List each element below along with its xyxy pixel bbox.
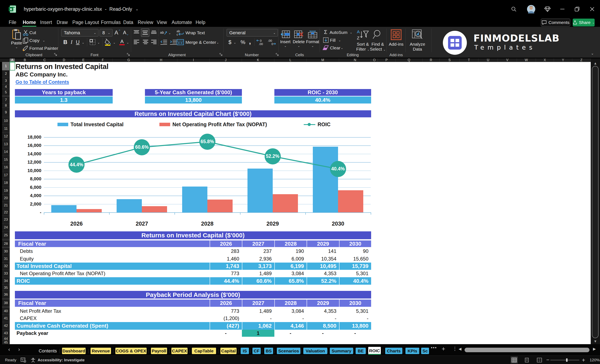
comma-style-button[interactable]: , bbox=[247, 37, 253, 46]
ribbon-tab-draw[interactable]: Draw bbox=[56, 18, 69, 27]
accounting-format-button[interactable]: $ bbox=[227, 38, 233, 46]
close-button[interactable] bbox=[588, 0, 597, 18]
row-header-42[interactable]: 42 bbox=[2, 322, 10, 330]
underline-chevron-icon[interactable]: ⌄ bbox=[82, 41, 84, 44]
sheet-tab-charts[interactable]: Charts bbox=[385, 348, 402, 354]
delete-cells-button[interactable]: Delete ⌄ bbox=[292, 28, 305, 49]
paste-button[interactable]: Paste ⌄ bbox=[10, 28, 23, 49]
legend-item-1[interactable]: Total Invested Capital bbox=[57, 121, 124, 127]
collapse-ribbon-icon[interactable]: ⌄ bbox=[591, 51, 594, 55]
search-icon[interactable] bbox=[509, 0, 518, 18]
sheet-canvas[interactable]: Returns on Invested Capital ABC Company … bbox=[10, 62, 591, 344]
copy-label[interactable]: Copy bbox=[29, 38, 39, 43]
column-header-H[interactable]: H bbox=[145, 58, 178, 62]
column-header-O[interactable]: O bbox=[371, 58, 378, 62]
autosum-label[interactable]: AutoSum bbox=[329, 30, 347, 35]
column-header-Q[interactable]: Q bbox=[395, 58, 422, 62]
font-size-select[interactable]: 8⌄ bbox=[100, 29, 112, 36]
more-sheets-icon[interactable]: ••• bbox=[431, 345, 437, 350]
fill-label[interactable]: Fill bbox=[330, 38, 336, 43]
row-header-17[interactable]: 17 bbox=[2, 171, 10, 179]
italic-button[interactable]: I bbox=[68, 38, 75, 46]
font-color-button[interactable]: A bbox=[118, 38, 126, 46]
hscroll-right-icon[interactable]: ▶ bbox=[593, 347, 596, 351]
column-header-Y[interactable]: Y bbox=[554, 58, 572, 62]
sort-filter-icon[interactable]: A Z bbox=[356, 29, 370, 40]
row-header-22[interactable]: 22 bbox=[2, 209, 10, 216]
row-header-43[interactable]: 43 bbox=[2, 330, 10, 337]
zoom-out-button[interactable]: − bbox=[546, 356, 549, 364]
row-header-9[interactable]: 9 bbox=[2, 108, 10, 117]
column-header-D[interactable]: D bbox=[54, 58, 74, 62]
find-select-icon[interactable] bbox=[371, 29, 384, 40]
align-middle-button[interactable] bbox=[141, 28, 149, 37]
readonly-chevron-icon[interactable]: ⌄ bbox=[135, 7, 139, 11]
row-header-19[interactable]: 19 bbox=[2, 187, 10, 195]
column-header-L[interactable]: L bbox=[274, 58, 307, 62]
row-header-16[interactable]: 16 bbox=[2, 164, 10, 171]
cut-icon[interactable] bbox=[22, 30, 29, 36]
clear-label[interactable]: Clear bbox=[330, 46, 340, 50]
page-break-view-button[interactable] bbox=[536, 356, 543, 363]
alignment-dialog-launcher-icon[interactable] bbox=[219, 53, 223, 56]
merge-center-icon[interactable] bbox=[176, 38, 184, 46]
prev-sheet-icon[interactable]: ‹ bbox=[8, 346, 10, 353]
column-header-W[interactable]: W bbox=[517, 58, 536, 62]
row-header-32[interactable]: 32 bbox=[2, 263, 10, 270]
align-right-button[interactable] bbox=[150, 39, 158, 46]
clear-chevron-icon[interactable]: ⌄ bbox=[341, 46, 343, 50]
horizontal-scrollbar[interactable] bbox=[463, 347, 591, 353]
format-cells-button[interactable]: Format ⌄ bbox=[306, 28, 319, 49]
column-header-E[interactable]: E bbox=[74, 58, 93, 62]
borders-button[interactable] bbox=[89, 39, 96, 46]
find-select-label[interactable]: Find & Select ⌄ bbox=[370, 42, 386, 52]
align-top-button[interactable] bbox=[133, 29, 140, 36]
ribbon-tab-insert[interactable]: Insert bbox=[39, 18, 53, 27]
sheet-tab-revenue[interactable]: Revenue bbox=[91, 348, 111, 354]
ribbon-tab-home[interactable]: Home bbox=[21, 18, 37, 27]
row-header-18[interactable]: 18 bbox=[2, 179, 10, 187]
ribbon-tab-data[interactable]: Data bbox=[122, 18, 135, 27]
fill-chevron-icon[interactable]: ⌄ bbox=[338, 39, 341, 42]
clear-icon[interactable] bbox=[323, 45, 329, 51]
sheet-tab-payroll[interactable]: Payroll bbox=[151, 348, 167, 354]
row-header-25[interactable]: 25 bbox=[2, 231, 10, 239]
column-header-Z[interactable]: Z bbox=[572, 58, 591, 62]
number-format-select[interactable]: General⌄ bbox=[227, 29, 278, 36]
format-painter-icon[interactable] bbox=[22, 46, 29, 52]
row-header-33[interactable]: 33 bbox=[2, 270, 10, 277]
row-header-12[interactable]: 12 bbox=[2, 133, 10, 140]
tab-options-icon[interactable]: ⋮ bbox=[452, 346, 457, 352]
font-family-select[interactable]: Tahoma⌄ bbox=[61, 29, 98, 36]
align-left-button[interactable] bbox=[133, 39, 140, 46]
column-header-B[interactable]: B bbox=[15, 58, 35, 62]
sheet-tab-sc[interactable]: Sc bbox=[421, 348, 429, 354]
legend-item-2[interactable]: Net Operating Profit After Tax (NOPAT) bbox=[159, 121, 267, 127]
analyze-data-icon[interactable] bbox=[411, 28, 424, 41]
row-header-20[interactable]: 20 bbox=[2, 195, 10, 202]
row-header-31[interactable]: 31 bbox=[2, 255, 10, 263]
borders-chevron-icon[interactable]: ⌄ bbox=[97, 41, 100, 44]
copy-icon[interactable] bbox=[22, 38, 29, 44]
row-header-7[interactable]: 7 bbox=[2, 96, 10, 103]
page-layout-view-button[interactable] bbox=[523, 356, 530, 363]
bold-button[interactable]: B bbox=[62, 38, 69, 46]
row-header-28[interactable]: 28 bbox=[2, 240, 10, 247]
sheet-tab-kpis[interactable]: KPIs bbox=[405, 348, 419, 354]
orientation-button[interactable]: ab bbox=[159, 29, 168, 36]
row-header-2[interactable]: 2 bbox=[2, 71, 10, 77]
copy-chevron-icon[interactable]: ⌄ bbox=[43, 39, 45, 42]
sheet-tab-valuation[interactable]: Valuation bbox=[303, 348, 327, 354]
row-header-40[interactable]: 40 bbox=[2, 308, 10, 315]
column-header-P[interactable]: P bbox=[378, 58, 395, 62]
row-header-4[interactable]: 4 bbox=[2, 84, 10, 89]
analyze-data-label[interactable]: Analyze Data bbox=[410, 42, 425, 52]
hscroll-left-icon[interactable]: ◀ bbox=[459, 347, 461, 351]
minimize-button[interactable] bbox=[558, 0, 567, 18]
clipboard-dialog-launcher-icon[interactable] bbox=[54, 53, 57, 56]
sheet-tab-bs[interactable]: BS bbox=[264, 348, 273, 354]
row-header-34[interactable]: 34 bbox=[2, 277, 10, 285]
sheet-tab-roic[interactable]: ROIC bbox=[368, 347, 381, 355]
percent-style-button[interactable]: % bbox=[239, 38, 246, 46]
column-header-N[interactable]: N bbox=[339, 58, 371, 62]
